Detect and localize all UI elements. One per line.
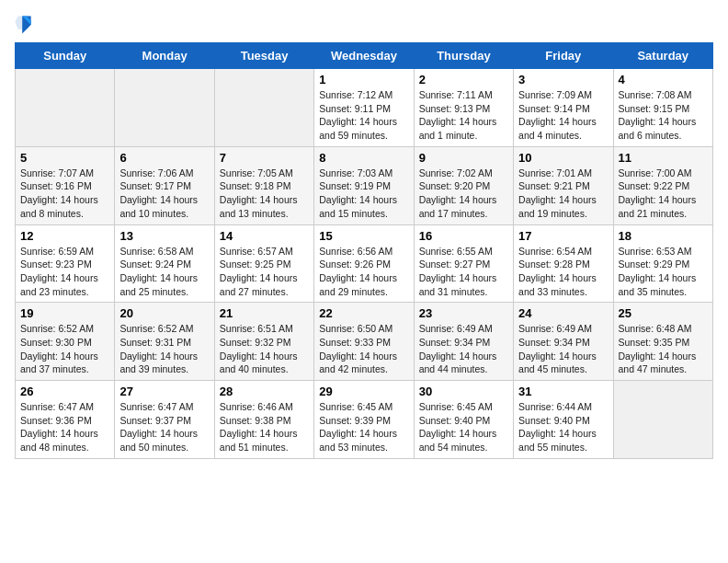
day-number: 14 [220, 229, 309, 243]
day-number: 8 [319, 151, 408, 165]
day-number: 17 [518, 229, 608, 243]
calendar-cell [214, 69, 313, 147]
calendar-cell: 2Sunrise: 7:11 AMSunset: 9:13 PMDaylight… [414, 69, 513, 147]
calendar-cell: 31Sunrise: 6:44 AMSunset: 9:40 PMDayligh… [514, 381, 613, 459]
weekday-monday: Monday [115, 43, 214, 69]
day-info: Sunrise: 7:08 AMSunset: 9:15 PMDaylight:… [619, 88, 708, 143]
calendar-cell: 15Sunrise: 6:56 AMSunset: 9:26 PMDayligh… [314, 224, 414, 303]
calendar-cell: 21Sunrise: 6:51 AMSunset: 9:32 PMDayligh… [214, 303, 313, 381]
day-info: Sunrise: 6:52 AMSunset: 9:30 PMDaylight:… [20, 322, 109, 376]
calendar-cell [16, 69, 115, 147]
calendar-cell: 3Sunrise: 7:09 AMSunset: 9:14 PMDaylight… [514, 69, 613, 147]
calendar-cell: 1Sunrise: 7:12 AMSunset: 9:11 PMDaylight… [314, 69, 414, 147]
day-number: 20 [119, 306, 209, 320]
day-number: 2 [419, 73, 508, 86]
day-number: 11 [619, 151, 708, 165]
calendar-table: SundayMondayTuesdayWednesdayThursdayFrid… [15, 42, 713, 459]
calendar-cell: 25Sunrise: 6:48 AMSunset: 9:35 PMDayligh… [613, 303, 712, 381]
day-info: Sunrise: 6:45 AMSunset: 9:40 PMDaylight:… [419, 400, 508, 454]
calendar-cell: 12Sunrise: 6:59 AMSunset: 9:23 PMDayligh… [16, 224, 115, 303]
day-info: Sunrise: 7:09 AMSunset: 9:14 PMDaylight:… [518, 88, 608, 143]
calendar-cell: 9Sunrise: 7:02 AMSunset: 9:20 PMDaylight… [414, 146, 513, 224]
day-number: 27 [119, 385, 209, 398]
day-info: Sunrise: 6:47 AMSunset: 9:36 PMDaylight:… [20, 400, 109, 454]
calendar-week-row: 26Sunrise: 6:47 AMSunset: 9:36 PMDayligh… [16, 381, 713, 459]
weekday-header-row: SundayMondayTuesdayWednesdayThursdayFrid… [16, 43, 713, 69]
day-info: Sunrise: 6:51 AMSunset: 9:32 PMDaylight:… [220, 322, 309, 376]
calendar-cell: 16Sunrise: 6:55 AMSunset: 9:27 PMDayligh… [414, 224, 513, 303]
day-info: Sunrise: 6:57 AMSunset: 9:25 PMDaylight:… [220, 245, 309, 299]
day-number: 28 [220, 385, 309, 398]
day-info: Sunrise: 6:52 AMSunset: 9:31 PMDaylight:… [119, 322, 209, 376]
day-info: Sunrise: 7:05 AMSunset: 9:18 PMDaylight:… [220, 167, 309, 221]
calendar-cell: 28Sunrise: 6:46 AMSunset: 9:38 PMDayligh… [214, 381, 313, 459]
day-number: 5 [20, 151, 109, 165]
day-info: Sunrise: 6:54 AMSunset: 9:28 PMDaylight:… [518, 245, 608, 299]
day-info: Sunrise: 7:06 AMSunset: 9:17 PMDaylight:… [119, 167, 209, 221]
calendar-cell: 6Sunrise: 7:06 AMSunset: 9:17 PMDaylight… [115, 146, 214, 224]
calendar-cell: 20Sunrise: 6:52 AMSunset: 9:31 PMDayligh… [115, 303, 214, 381]
calendar-cell: 7Sunrise: 7:05 AMSunset: 9:18 PMDaylight… [214, 146, 313, 224]
day-number: 6 [119, 151, 209, 165]
day-number: 21 [220, 306, 309, 320]
day-number: 30 [419, 385, 508, 398]
day-info: Sunrise: 6:46 AMSunset: 9:38 PMDaylight:… [220, 400, 309, 454]
calendar-cell: 19Sunrise: 6:52 AMSunset: 9:30 PMDayligh… [16, 303, 115, 381]
calendar-week-row: 5Sunrise: 7:07 AMSunset: 9:16 PMDaylight… [16, 146, 713, 224]
day-number: 29 [319, 385, 408, 398]
day-info: Sunrise: 7:12 AMSunset: 9:11 PMDaylight:… [319, 88, 408, 143]
day-info: Sunrise: 6:55 AMSunset: 9:27 PMDaylight:… [419, 245, 508, 299]
day-info: Sunrise: 6:50 AMSunset: 9:33 PMDaylight:… [319, 322, 408, 376]
day-info: Sunrise: 7:03 AMSunset: 9:19 PMDaylight:… [319, 167, 408, 221]
calendar-cell [613, 381, 712, 459]
day-number: 3 [518, 73, 608, 86]
day-number: 31 [518, 385, 608, 398]
calendar-cell: 8Sunrise: 7:03 AMSunset: 9:19 PMDaylight… [314, 146, 414, 224]
generalblue-logo-icon [15, 15, 31, 35]
calendar-cell: 26Sunrise: 6:47 AMSunset: 9:36 PMDayligh… [16, 381, 115, 459]
logo [15, 15, 33, 35]
page-header [15, 15, 713, 35]
day-number: 1 [319, 73, 408, 86]
calendar-week-row: 1Sunrise: 7:12 AMSunset: 9:11 PMDaylight… [16, 69, 713, 147]
day-info: Sunrise: 6:56 AMSunset: 9:26 PMDaylight:… [319, 245, 408, 299]
weekday-sunday: Sunday [16, 43, 115, 69]
day-number: 15 [319, 229, 408, 243]
day-info: Sunrise: 7:01 AMSunset: 9:21 PMDaylight:… [518, 167, 608, 221]
day-info: Sunrise: 6:59 AMSunset: 9:23 PMDaylight:… [20, 245, 109, 299]
calendar-week-row: 19Sunrise: 6:52 AMSunset: 9:30 PMDayligh… [16, 303, 713, 381]
day-number: 24 [518, 306, 608, 320]
day-info: Sunrise: 6:49 AMSunset: 9:34 PMDaylight:… [419, 322, 508, 376]
day-info: Sunrise: 6:58 AMSunset: 9:24 PMDaylight:… [119, 245, 209, 299]
day-info: Sunrise: 6:47 AMSunset: 9:37 PMDaylight:… [119, 400, 209, 454]
calendar-cell: 13Sunrise: 6:58 AMSunset: 9:24 PMDayligh… [115, 224, 214, 303]
calendar-week-row: 12Sunrise: 6:59 AMSunset: 9:23 PMDayligh… [16, 224, 713, 303]
day-number: 22 [319, 306, 408, 320]
calendar-cell: 23Sunrise: 6:49 AMSunset: 9:34 PMDayligh… [414, 303, 513, 381]
day-info: Sunrise: 6:48 AMSunset: 9:35 PMDaylight:… [619, 322, 708, 376]
day-info: Sunrise: 7:11 AMSunset: 9:13 PMDaylight:… [419, 88, 508, 143]
day-number: 19 [20, 306, 109, 320]
weekday-saturday: Saturday [613, 43, 712, 69]
calendar-cell: 24Sunrise: 6:49 AMSunset: 9:34 PMDayligh… [514, 303, 613, 381]
day-number: 13 [119, 229, 209, 243]
weekday-wednesday: Wednesday [314, 43, 414, 69]
day-info: Sunrise: 6:49 AMSunset: 9:34 PMDaylight:… [518, 322, 608, 376]
calendar-cell: 5Sunrise: 7:07 AMSunset: 9:16 PMDaylight… [16, 146, 115, 224]
calendar-cell: 10Sunrise: 7:01 AMSunset: 9:21 PMDayligh… [514, 146, 613, 224]
weekday-friday: Friday [514, 43, 613, 69]
day-number: 10 [518, 151, 608, 165]
calendar-cell: 14Sunrise: 6:57 AMSunset: 9:25 PMDayligh… [214, 224, 313, 303]
day-info: Sunrise: 7:00 AMSunset: 9:22 PMDaylight:… [619, 167, 708, 221]
day-info: Sunrise: 7:02 AMSunset: 9:20 PMDaylight:… [419, 167, 508, 221]
calendar-cell: 11Sunrise: 7:00 AMSunset: 9:22 PMDayligh… [613, 146, 712, 224]
calendar-cell: 4Sunrise: 7:08 AMSunset: 9:15 PMDaylight… [613, 69, 712, 147]
calendar-cell: 18Sunrise: 6:53 AMSunset: 9:29 PMDayligh… [613, 224, 712, 303]
weekday-tuesday: Tuesday [214, 43, 313, 69]
weekday-thursday: Thursday [414, 43, 513, 69]
day-number: 4 [619, 73, 708, 86]
calendar-cell: 22Sunrise: 6:50 AMSunset: 9:33 PMDayligh… [314, 303, 414, 381]
calendar-cell [115, 69, 214, 147]
day-number: 9 [419, 151, 508, 165]
day-number: 18 [619, 229, 708, 243]
